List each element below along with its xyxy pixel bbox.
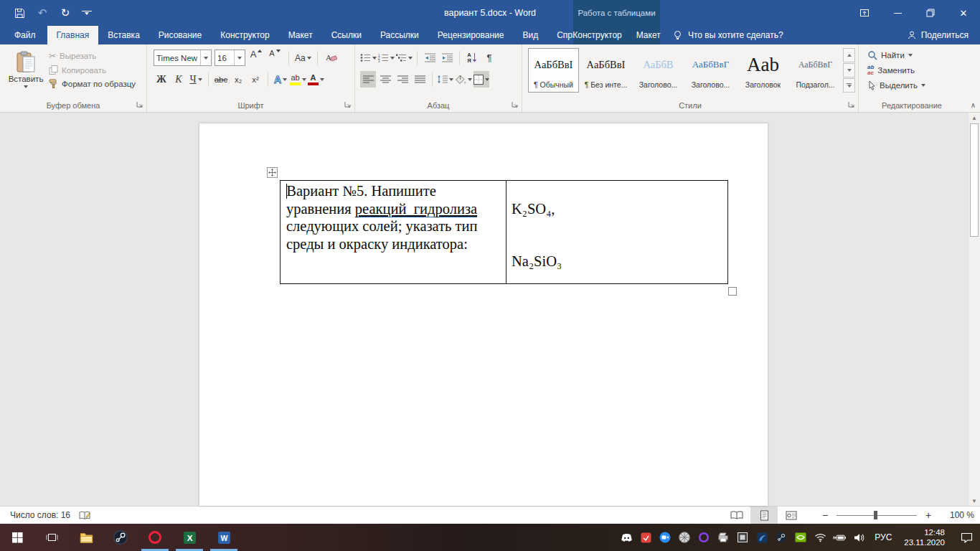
table-resize-handle[interactable] (728, 287, 737, 296)
style-normal[interactable]: АаБбВвІ ¶ Обычный (528, 48, 579, 93)
bullets-button[interactable] (360, 50, 377, 66)
cut-button[interactable]: ✂ Вырезать (49, 51, 136, 61)
text-effects-button[interactable]: А (273, 71, 288, 88)
align-center-button[interactable] (377, 71, 393, 88)
zoom-out-button[interactable]: − (821, 509, 829, 521)
tell-me-box[interactable]: Что вы хотите сделать? (673, 26, 783, 44)
tab-view[interactable]: Вид (513, 26, 547, 44)
find-button[interactable]: Найти (867, 50, 925, 60)
word-count[interactable]: Число слов: 16 (10, 510, 70, 520)
paste-button[interactable]: Вставить (5, 48, 47, 98)
discord-tray-icon[interactable] (620, 531, 633, 544)
style-heading1[interactable]: АаБбВ Заголово... (633, 48, 684, 93)
decrease-indent-button[interactable] (422, 50, 438, 66)
proofing-icon[interactable] (79, 511, 91, 520)
font-size-combo[interactable] (215, 50, 245, 66)
font-color-button[interactable]: А (308, 71, 324, 88)
purple-ring-tray-icon[interactable] (697, 531, 710, 544)
grow-font-button[interactable]: А (248, 50, 264, 66)
ribbon-display-options-icon[interactable] (848, 0, 881, 26)
redo-icon[interactable]: ↻ (59, 6, 72, 19)
tab-file[interactable]: Файл (3, 26, 47, 44)
styles-dialog-launcher-icon[interactable] (848, 101, 855, 108)
wifi-icon[interactable] (814, 531, 826, 544)
sort-button[interactable]: АЯ (464, 50, 480, 66)
underline-button[interactable]: Ч (188, 71, 204, 88)
align-right-button[interactable] (395, 71, 410, 88)
subscript-button[interactable]: x₂ (230, 71, 246, 88)
word-button[interactable]: W (207, 524, 241, 551)
battery-icon[interactable] (833, 531, 846, 544)
action-center-icon[interactable] (960, 531, 973, 544)
align-left-button[interactable] (360, 71, 376, 88)
clock[interactable]: 12:48 23.11.2020 (901, 527, 948, 548)
task-view-button[interactable] (34, 524, 69, 551)
tab-table-design[interactable]: Конструктор (567, 26, 627, 44)
document-page[interactable]: Вариант №5. Напишите уравнения реакций г… (199, 123, 768, 506)
justify-button[interactable] (412, 71, 428, 88)
superscript-button[interactable]: x² (248, 71, 263, 88)
replace-button[interactable]: abac Заменить (867, 65, 925, 76)
start-button[interactable] (0, 524, 34, 551)
tab-layout[interactable]: Макет (279, 26, 322, 44)
font-dialog-launcher-icon[interactable] (344, 101, 352, 108)
borders-button[interactable] (473, 71, 489, 88)
scrollbar-thumb[interactable] (970, 123, 979, 237)
tab-mailings[interactable]: Рассылки (371, 26, 428, 44)
restore-icon[interactable] (914, 0, 947, 26)
scroll-down-icon[interactable]: ▼ (969, 496, 980, 506)
close-icon[interactable]: ✕ (947, 0, 980, 26)
gray-square-tray-icon[interactable] (736, 531, 749, 544)
font-name-dropdown-icon[interactable] (200, 50, 211, 65)
save-icon[interactable] (13, 6, 26, 19)
styles-scroll-up-icon[interactable] (843, 48, 855, 62)
tab-design[interactable]: Конструктор (211, 26, 278, 44)
style-title[interactable]: Aab Заголовок (738, 48, 788, 93)
zoom-in-button[interactable]: + (924, 509, 933, 521)
style-subtitle[interactable]: АаБбВвГ Подзагол... (790, 48, 841, 93)
zoom-slider-thumb[interactable] (874, 511, 877, 519)
numbering-button[interactable]: 123 (378, 50, 395, 66)
styles-scroll-down-icon[interactable] (843, 63, 855, 77)
change-case-button[interactable]: Aa (295, 50, 311, 66)
shrink-font-button[interactable]: А (267, 50, 283, 66)
collapse-ribbon-icon[interactable]: ∧ (971, 101, 976, 109)
increase-indent-button[interactable] (439, 50, 455, 66)
clipboard-dialog-launcher-icon[interactable] (136, 101, 143, 108)
shading-button[interactable] (455, 71, 472, 88)
steam-button[interactable] (103, 524, 138, 551)
read-mode-button[interactable] (723, 507, 750, 524)
font-name-input[interactable] (154, 54, 200, 62)
excel-button[interactable]: X (172, 524, 207, 551)
shutter-tray-icon[interactable] (678, 531, 691, 544)
table-cell-formulas[interactable]: K₂SO₄, Na₂SiO₃ (507, 181, 727, 283)
tab-insert[interactable]: Вставка (98, 26, 149, 44)
italic-button[interactable]: К (171, 71, 187, 88)
font-name-combo[interactable] (154, 50, 212, 66)
tab-draw[interactable]: Рисование (149, 26, 211, 44)
file-explorer-button[interactable] (69, 524, 103, 551)
tab-review[interactable]: Рецензирование (428, 26, 514, 44)
copy-button[interactable]: Копировать (49, 65, 136, 75)
multilevel-list-button[interactable] (396, 50, 413, 66)
steam-tray-icon[interactable] (775, 531, 788, 544)
show-formatting-marks-button[interactable]: ¶ (481, 50, 497, 66)
format-painter-button[interactable]: Формат по образцу (49, 79, 136, 88)
language-indicator[interactable]: РУС (872, 532, 895, 542)
font-size-dropdown-icon[interactable] (234, 50, 245, 65)
bold-button[interactable]: Ж (154, 71, 169, 88)
minimize-icon[interactable] (881, 0, 914, 26)
line-spacing-button[interactable] (437, 71, 453, 88)
share-button[interactable]: Поделиться (907, 26, 969, 44)
zoom-level[interactable]: 100 % (940, 510, 974, 520)
strikethrough-button[interactable]: abc (213, 71, 229, 88)
styles-gallery-more-icon[interactable] (843, 78, 855, 93)
tab-home[interactable]: Главная (47, 26, 99, 44)
undo-icon[interactable]: ↶ (36, 6, 49, 19)
scroll-up-icon[interactable]: ▲ (969, 113, 980, 123)
table-move-handle-icon[interactable] (267, 167, 278, 178)
red-app-tray-icon[interactable] (639, 531, 652, 544)
table-cell-task[interactable]: Вариант №5. Напишите уравнения реакций г… (281, 181, 507, 283)
printer-tray-icon[interactable] (717, 531, 730, 544)
paragraph-dialog-launcher-icon[interactable] (512, 101, 519, 108)
